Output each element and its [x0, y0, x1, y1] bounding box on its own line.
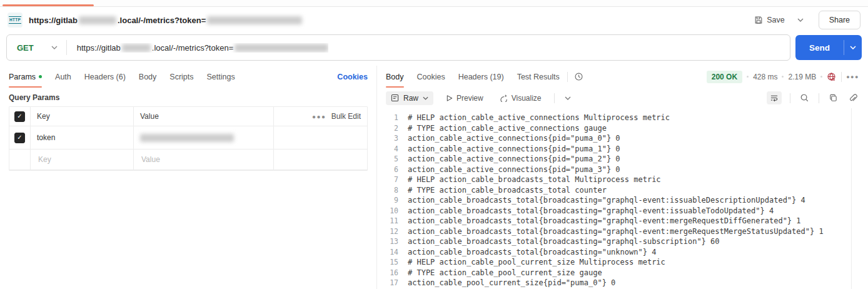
- divider: [554, 93, 555, 103]
- method-label: GET: [17, 43, 34, 53]
- line-number: 16: [382, 268, 398, 278]
- http-request-icon: HTTP: [8, 13, 23, 28]
- divider: [841, 72, 842, 82]
- view-mode-raw-dropdown[interactable]: Raw: [386, 91, 433, 105]
- request-tab[interactable]: Headers (6): [84, 66, 126, 88]
- code-line: 15 # HELP action_cable_pool_current_size…: [382, 257, 868, 268]
- request-tabs: Params Auth Headers (6) Body: [0, 66, 376, 88]
- line-content: action_cable_active_connections{pid="pum…: [408, 165, 620, 175]
- divider: [567, 72, 568, 82]
- divider: [819, 93, 819, 103]
- query-params-title: Query Params: [0, 88, 376, 106]
- response-body-tools: [767, 91, 859, 104]
- visualize-button[interactable]: Visualize: [496, 93, 545, 103]
- param-key[interactable]: token: [31, 126, 134, 149]
- request-tab[interactable]: Settings: [207, 66, 235, 88]
- param-enabled-checkbox[interactable]: [14, 133, 25, 143]
- code-line: 7 # HELP action_cable_broadcasts_total M…: [382, 175, 868, 185]
- save-options-chevron[interactable]: [792, 14, 809, 26]
- tab-label: Headers (19): [458, 73, 504, 81]
- url-box: GET https://gitlab .local/-/metrics?toke…: [6, 34, 790, 61]
- send-label[interactable]: Send: [795, 35, 844, 60]
- link-icon[interactable]: [847, 92, 859, 104]
- new-param-key-input[interactable]: [37, 155, 127, 165]
- tab-label: Test Results: [517, 73, 560, 81]
- request-tab[interactable]: Scripts: [169, 66, 193, 88]
- request-tab[interactable]: Auth: [55, 66, 71, 88]
- code-line: 14 action_cable_broadcasts_total{broadca…: [382, 247, 868, 258]
- line-content: action_cable_broadcasts_total{broadcasti…: [408, 236, 720, 247]
- code-line: 2 # TYPE action_cable_active_connections…: [382, 123, 868, 134]
- copy-icon[interactable]: [827, 92, 839, 104]
- title-actions: Save Share: [750, 11, 860, 29]
- new-param-value-input[interactable]: [140, 155, 267, 165]
- request-panel: Params Auth Headers (6) Body: [0, 66, 377, 289]
- view-mode-chevron[interactable]: [563, 95, 572, 101]
- search-icon[interactable]: [799, 92, 810, 104]
- code-line: 9 action_cable_broadcasts_total{broadcas…: [382, 195, 868, 206]
- method-selector[interactable]: GET: [7, 43, 66, 53]
- raw-file-icon: [391, 94, 399, 102]
- line-number: 13: [382, 236, 398, 247]
- line-content: action_cable_active_connections{pid="pum…: [408, 154, 620, 165]
- params-more-actions-icon[interactable]: ●●●: [312, 113, 326, 120]
- response-size[interactable]: 2.19 MB: [788, 73, 816, 81]
- tab-label: Body: [386, 73, 404, 81]
- response-tab[interactable]: Headers (19): [458, 66, 504, 88]
- response-more-options-icon[interactable]: ●●●: [846, 74, 859, 80]
- divider: [790, 93, 790, 103]
- line-content: action_cable_broadcasts_total{broadcasti…: [408, 247, 656, 258]
- line-number: 11: [382, 216, 398, 226]
- url-input[interactable]: https://gitlab .local/-/metrics?token=: [77, 43, 329, 53]
- request-tab[interactable]: Params: [9, 66, 42, 88]
- preview-icon: [446, 94, 453, 102]
- code-line: 8 # TYPE action_cable_broadcasts_total c…: [382, 185, 868, 196]
- redacted-value: [140, 134, 234, 142]
- line-number: 8: [382, 185, 398, 196]
- line-number: 17: [382, 278, 398, 288]
- status-badge[interactable]: 200 OK: [707, 71, 742, 83]
- response-tab[interactable]: Body: [386, 66, 404, 88]
- line-content: # TYPE action_cable_broadcasts_total cou…: [408, 185, 607, 196]
- request-tab-strip: [0, 0, 868, 7]
- code-line: 16 # TYPE action_cable_pool_current_size…: [382, 268, 868, 278]
- response-time[interactable]: 428 ms: [753, 73, 777, 81]
- param-value[interactable]: [134, 126, 274, 149]
- code-line: 6 action_cable_active_connections{pid="p…: [382, 165, 868, 175]
- cookies-link[interactable]: Cookies: [337, 73, 368, 81]
- select-all-checkbox[interactable]: [14, 111, 25, 122]
- send-button[interactable]: Send: [795, 35, 862, 60]
- response-body[interactable]: 1 # HELP action_cable_active_connections…: [377, 108, 868, 289]
- bulk-edit-link[interactable]: Bulk Edit: [331, 112, 361, 121]
- line-number: 6: [382, 165, 398, 175]
- code-line: 11 action_cable_broadcasts_total{broadca…: [382, 216, 868, 226]
- network-warning-icon[interactable]: [827, 72, 837, 82]
- chevron-down-icon: [51, 46, 58, 49]
- line-number: 9: [382, 195, 398, 206]
- response-history-icon[interactable]: [573, 71, 585, 83]
- send-options-chevron[interactable]: [844, 35, 862, 60]
- line-content: # HELP action_cable_pool_current_size Mu…: [408, 257, 665, 268]
- redacted-host-part: [79, 16, 116, 24]
- line-content: action_cable_active_connections{pid="pum…: [408, 144, 620, 155]
- code-line: 17 action_cable_pool_current_size{pid="p…: [382, 278, 868, 288]
- query-params-table: Key Value ●●● Bulk Edit token: [9, 106, 368, 171]
- code-line: 4 action_cable_active_connections{pid="p…: [382, 144, 868, 155]
- request-tab[interactable]: Body: [139, 66, 157, 88]
- line-number: 14: [382, 247, 398, 258]
- share-button[interactable]: Share: [819, 11, 860, 29]
- response-tab[interactable]: Test Results: [517, 66, 560, 88]
- line-content: # TYPE action_cable_pool_current_size ga…: [408, 268, 602, 278]
- line-content: action_cable_pool_current_size{pid="puma…: [408, 278, 615, 288]
- response-tab[interactable]: Cookies: [417, 66, 445, 88]
- redacted-host-part: [122, 44, 151, 52]
- code-line: 10 action_cable_broadcasts_total{broadca…: [382, 206, 868, 216]
- wrap-lines-icon[interactable]: [767, 91, 782, 104]
- request-title: https://gitlab .local/-/metrics?token=: [29, 16, 302, 25]
- preview-button[interactable]: Preview: [442, 93, 487, 103]
- code-line: 13 action_cable_broadcasts_total{broadca…: [382, 236, 868, 247]
- code-line: 1 # HELP action_cable_active_connections…: [382, 113, 868, 123]
- tab-label: Params: [9, 73, 36, 81]
- line-content: action_cable_broadcasts_total{broadcasti…: [408, 226, 824, 237]
- save-button[interactable]: Save: [750, 12, 789, 28]
